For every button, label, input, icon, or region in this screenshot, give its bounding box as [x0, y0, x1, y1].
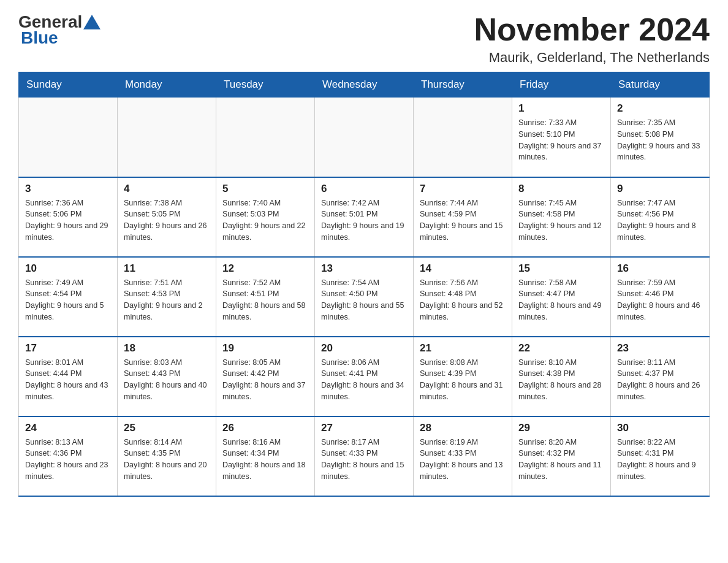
day-number: 2 — [617, 102, 703, 115]
day-number: 26 — [222, 422, 308, 434]
calendar-cell: 30Sunrise: 8:22 AMSunset: 4:31 PMDayligh… — [611, 416, 710, 496]
calendar-cell: 15Sunrise: 7:58 AMSunset: 4:47 PMDayligh… — [512, 257, 611, 337]
calendar-table: SundayMondayTuesdayWednesdayThursdayFrid… — [18, 72, 710, 497]
calendar-cell: 1Sunrise: 7:33 AMSunset: 5:10 PMDaylight… — [512, 98, 611, 177]
day-number: 17 — [25, 342, 111, 354]
calendar-cell: 8Sunrise: 7:45 AMSunset: 4:58 PMDaylight… — [512, 177, 611, 257]
calendar-cell: 19Sunrise: 8:05 AMSunset: 4:42 PMDayligh… — [216, 337, 315, 416]
calendar-cell: 23Sunrise: 8:11 AMSunset: 4:37 PMDayligh… — [611, 337, 710, 416]
location-title: Maurik, Gelderland, The Netherlands — [474, 50, 710, 66]
day-info: Sunrise: 8:22 AMSunset: 4:31 PMDaylight:… — [617, 437, 703, 483]
day-info: Sunrise: 7:42 AMSunset: 5:01 PMDaylight:… — [321, 197, 407, 243]
calendar-cell: 22Sunrise: 8:10 AMSunset: 4:38 PMDayligh… — [512, 337, 611, 416]
weekday-header-saturday: Saturday — [611, 72, 710, 98]
day-number: 27 — [321, 422, 407, 434]
day-number: 11 — [124, 262, 210, 275]
weekday-header-thursday: Thursday — [414, 72, 512, 98]
calendar-cell: 16Sunrise: 7:59 AMSunset: 4:46 PMDayligh… — [611, 257, 710, 337]
day-number: 7 — [420, 183, 506, 195]
day-info: Sunrise: 7:47 AMSunset: 4:56 PMDaylight:… — [617, 197, 703, 243]
page-header: General Blue November 2024 Maurik, Gelde… — [18, 12, 710, 66]
day-info: Sunrise: 8:20 AMSunset: 4:32 PMDaylight:… — [518, 437, 604, 483]
day-info: Sunrise: 7:33 AMSunset: 5:10 PMDaylight:… — [518, 117, 604, 163]
day-number: 13 — [321, 262, 407, 275]
day-number: 16 — [617, 262, 703, 275]
day-info: Sunrise: 7:36 AMSunset: 5:06 PMDaylight:… — [25, 197, 111, 243]
calendar-header-row: SundayMondayTuesdayWednesdayThursdayFrid… — [19, 72, 710, 98]
day-info: Sunrise: 7:45 AMSunset: 4:58 PMDaylight:… — [518, 197, 604, 243]
day-number: 9 — [617, 183, 703, 195]
day-info: Sunrise: 7:54 AMSunset: 4:50 PMDaylight:… — [321, 277, 407, 323]
day-info: Sunrise: 7:44 AMSunset: 4:59 PMDaylight:… — [420, 197, 506, 243]
calendar-cell: 27Sunrise: 8:17 AMSunset: 4:33 PMDayligh… — [315, 416, 414, 496]
day-number: 8 — [518, 183, 604, 195]
calendar-cell: 21Sunrise: 8:08 AMSunset: 4:39 PMDayligh… — [414, 337, 512, 416]
calendar-cell: 29Sunrise: 8:20 AMSunset: 4:32 PMDayligh… — [512, 416, 611, 496]
day-number: 12 — [222, 262, 308, 275]
calendar-week-row: 17Sunrise: 8:01 AMSunset: 4:44 PMDayligh… — [19, 337, 710, 416]
day-number: 1 — [518, 102, 604, 115]
calendar-cell: 28Sunrise: 8:19 AMSunset: 4:33 PMDayligh… — [414, 416, 512, 496]
day-number: 21 — [420, 342, 506, 354]
weekday-header-tuesday: Tuesday — [216, 72, 315, 98]
month-title: November 2024 — [474, 12, 710, 47]
day-info: Sunrise: 8:06 AMSunset: 4:41 PMDaylight:… — [321, 357, 407, 403]
logo-triangle-icon — [83, 15, 100, 29]
day-number: 6 — [321, 183, 407, 195]
day-info: Sunrise: 7:38 AMSunset: 5:05 PMDaylight:… — [124, 197, 210, 243]
calendar-cell: 13Sunrise: 7:54 AMSunset: 4:50 PMDayligh… — [315, 257, 414, 337]
title-area: November 2024 Maurik, Gelderland, The Ne… — [474, 12, 710, 66]
day-number: 19 — [222, 342, 308, 354]
day-number: 5 — [222, 183, 308, 195]
day-number: 4 — [124, 183, 210, 195]
day-info: Sunrise: 8:01 AMSunset: 4:44 PMDaylight:… — [25, 357, 111, 403]
day-info: Sunrise: 8:11 AMSunset: 4:37 PMDaylight:… — [617, 357, 703, 403]
calendar-cell: 10Sunrise: 7:49 AMSunset: 4:54 PMDayligh… — [19, 257, 118, 337]
day-info: Sunrise: 8:05 AMSunset: 4:42 PMDaylight:… — [222, 357, 308, 403]
calendar-cell: 20Sunrise: 8:06 AMSunset: 4:41 PMDayligh… — [315, 337, 414, 416]
calendar-week-row: 3Sunrise: 7:36 AMSunset: 5:06 PMDaylight… — [19, 177, 710, 257]
calendar-cell: 9Sunrise: 7:47 AMSunset: 4:56 PMDaylight… — [611, 177, 710, 257]
calendar-cell: 3Sunrise: 7:36 AMSunset: 5:06 PMDaylight… — [19, 177, 118, 257]
day-info: Sunrise: 7:56 AMSunset: 4:48 PMDaylight:… — [420, 277, 506, 323]
calendar-cell: 14Sunrise: 7:56 AMSunset: 4:48 PMDayligh… — [414, 257, 512, 337]
weekday-header-monday: Monday — [118, 72, 216, 98]
day-number: 24 — [25, 422, 111, 434]
day-number: 20 — [321, 342, 407, 354]
day-number: 3 — [25, 183, 111, 195]
calendar-cell: 11Sunrise: 7:51 AMSunset: 4:53 PMDayligh… — [118, 257, 216, 337]
calendar-cell: 24Sunrise: 8:13 AMSunset: 4:36 PMDayligh… — [19, 416, 118, 496]
day-info: Sunrise: 7:35 AMSunset: 5:08 PMDaylight:… — [617, 117, 703, 163]
day-info: Sunrise: 7:49 AMSunset: 4:54 PMDaylight:… — [25, 277, 111, 323]
day-info: Sunrise: 7:59 AMSunset: 4:46 PMDaylight:… — [617, 277, 703, 323]
calendar-cell: 26Sunrise: 8:16 AMSunset: 4:34 PMDayligh… — [216, 416, 315, 496]
calendar-cell: 17Sunrise: 8:01 AMSunset: 4:44 PMDayligh… — [19, 337, 118, 416]
day-number: 23 — [617, 342, 703, 354]
day-info: Sunrise: 8:19 AMSunset: 4:33 PMDaylight:… — [420, 437, 506, 483]
calendar-week-row: 10Sunrise: 7:49 AMSunset: 4:54 PMDayligh… — [19, 257, 710, 337]
calendar-cell — [19, 98, 118, 177]
day-info: Sunrise: 7:58 AMSunset: 4:47 PMDaylight:… — [518, 277, 604, 323]
calendar-cell: 12Sunrise: 7:52 AMSunset: 4:51 PMDayligh… — [216, 257, 315, 337]
day-number: 22 — [518, 342, 604, 354]
day-info: Sunrise: 8:08 AMSunset: 4:39 PMDaylight:… — [420, 357, 506, 403]
day-info: Sunrise: 7:52 AMSunset: 4:51 PMDaylight:… — [222, 277, 308, 323]
weekday-header-wednesday: Wednesday — [315, 72, 414, 98]
calendar-cell: 25Sunrise: 8:14 AMSunset: 4:35 PMDayligh… — [118, 416, 216, 496]
day-info: Sunrise: 8:03 AMSunset: 4:43 PMDaylight:… — [124, 357, 210, 403]
logo-blue-text: Blue — [21, 28, 58, 48]
calendar-week-row: 24Sunrise: 8:13 AMSunset: 4:36 PMDayligh… — [19, 416, 710, 496]
calendar-cell: 2Sunrise: 7:35 AMSunset: 5:08 PMDaylight… — [611, 98, 710, 177]
calendar-cell: 6Sunrise: 7:42 AMSunset: 5:01 PMDaylight… — [315, 177, 414, 257]
day-info: Sunrise: 8:13 AMSunset: 4:36 PMDaylight:… — [25, 437, 111, 483]
day-number: 30 — [617, 422, 703, 434]
day-number: 18 — [124, 342, 210, 354]
calendar-cell — [118, 98, 216, 177]
day-number: 10 — [25, 262, 111, 275]
logo: General Blue — [18, 12, 102, 48]
calendar-cell: 5Sunrise: 7:40 AMSunset: 5:03 PMDaylight… — [216, 177, 315, 257]
day-number: 14 — [420, 262, 506, 275]
calendar-cell: 18Sunrise: 8:03 AMSunset: 4:43 PMDayligh… — [118, 337, 216, 416]
day-number: 25 — [124, 422, 210, 434]
calendar-week-row: 1Sunrise: 7:33 AMSunset: 5:10 PMDaylight… — [19, 98, 710, 177]
